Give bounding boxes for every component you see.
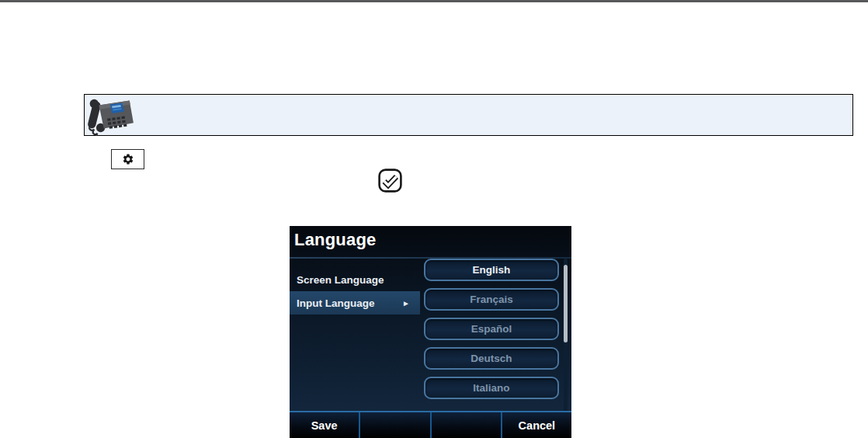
language-option-espanol[interactable]: Español <box>424 318 559 340</box>
gear-icon <box>122 153 134 165</box>
language-screen: Language Screen Language Input Language … <box>290 226 571 438</box>
language-option-francais[interactable]: Français <box>424 288 559 311</box>
save-softkey[interactable]: Save <box>290 412 359 438</box>
scrollbar-thumb[interactable] <box>564 265 568 342</box>
menu-item-label: Screen Language <box>297 274 420 286</box>
menu-item-screen-language[interactable]: Screen Language <box>290 268 420 291</box>
menu-item-input-language[interactable]: Input Language ► <box>290 291 420 315</box>
language-option-english[interactable]: English <box>424 259 559 281</box>
menu-item-label: Input Language <box>297 297 402 309</box>
settings-key-button <box>111 149 144 169</box>
softkey-bar: Save Cancel <box>290 412 571 438</box>
empty-softkey <box>359 412 429 438</box>
ip-phone-photo <box>86 96 136 136</box>
screen-title: Language <box>294 230 377 250</box>
note-box <box>84 94 853 136</box>
language-option-italiano[interactable]: Italiano <box>424 377 559 399</box>
language-option-deutsch[interactable]: Deutsch <box>424 347 559 370</box>
scrollbar-track[interactable] <box>564 259 568 412</box>
empty-softkey <box>430 412 501 438</box>
page-top-rule <box>0 0 868 2</box>
submenu-arrow-icon: ► <box>402 299 410 308</box>
cancel-softkey[interactable]: Cancel <box>501 412 571 438</box>
ok-key-button <box>378 169 402 193</box>
